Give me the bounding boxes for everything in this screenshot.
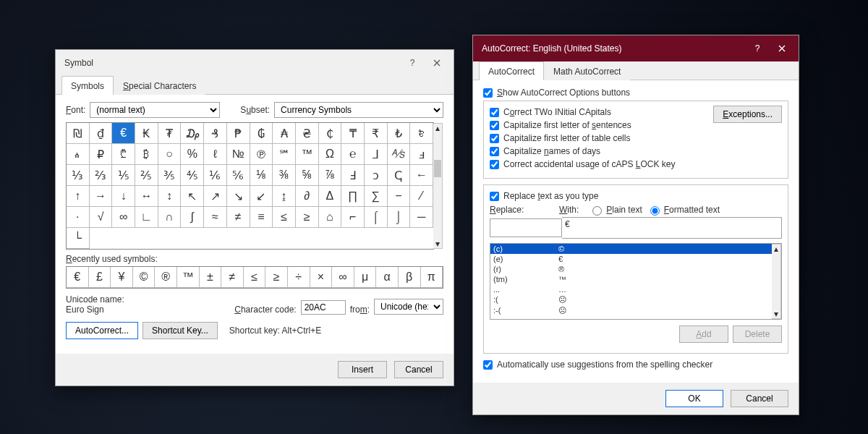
list-row[interactable]: (c)©: [490, 244, 781, 254]
symbol-cell[interactable]: ⅚: [227, 165, 250, 186]
help-button[interactable]: ?: [745, 41, 770, 56]
list-row[interactable]: (r)®: [490, 264, 781, 274]
recent-symbol-cell[interactable]: π: [421, 267, 443, 288]
formatted-text-radio[interactable]: [650, 206, 660, 216]
recent-symbol-cell[interactable]: ≥: [265, 267, 288, 288]
list-row[interactable]: ...…: [490, 284, 781, 294]
symbol-cell[interactable]: ∩: [158, 207, 182, 228]
recent-symbol-cell[interactable]: ±: [200, 267, 222, 288]
recent-symbol-cell[interactable]: ÷: [288, 267, 310, 288]
symbol-cell[interactable]: ⅖: [135, 165, 158, 186]
symbol-cell[interactable]: ↖: [181, 186, 204, 207]
symbol-cell[interactable]: ↓: [112, 186, 135, 207]
symbol-cell[interactable]: ⌐: [341, 207, 365, 228]
symbol-cell[interactable]: ↑: [67, 186, 90, 207]
symbol-cell[interactable]: ─: [410, 207, 433, 228]
symbol-cell[interactable]: ↙: [250, 186, 273, 207]
two-initial-caps-checkbox[interactable]: [490, 108, 499, 117]
tab-autocorrect[interactable]: AutoCorrect: [479, 61, 544, 80]
symbol-grid[interactable]: ₪₫€₭₮₯₰₱₲₳₴₵₸₹₺₻₼₽₾₿○%ℓ№℗℠™Ω℮⅃⅍ⅎ⅓⅔⅕⅖⅗⅘⅙⅚…: [66, 122, 434, 250]
scrollbar[interactable]: ▴ ▾: [772, 244, 781, 319]
symbol-cell[interactable]: ⅘: [181, 165, 204, 186]
symbol-cell[interactable]: ∫: [181, 207, 204, 228]
recent-symbol-cell[interactable]: α: [376, 267, 399, 288]
symbol-cell[interactable]: ₴: [296, 123, 319, 144]
symbol-cell[interactable]: ₵: [319, 123, 342, 144]
symbol-cell[interactable]: ∂: [296, 186, 319, 207]
cap-table-checkbox[interactable]: [490, 134, 499, 143]
symbol-cell[interactable]: ↔: [135, 186, 158, 207]
symbol-cell[interactable]: №: [227, 144, 250, 165]
symbol-cell[interactable]: ₰: [204, 123, 227, 144]
symbol-cell[interactable]: ↕: [158, 186, 182, 207]
insert-button[interactable]: Insert: [338, 361, 387, 378]
symbol-cell[interactable]: ←: [410, 165, 433, 186]
symbol-cell[interactable]: ↅ: [388, 165, 411, 186]
symbol-cell[interactable]: ⅍: [388, 144, 411, 165]
tab-special-characters[interactable]: Special Characters: [114, 76, 205, 95]
recent-symbol-cell[interactable]: ≠: [221, 267, 244, 288]
symbol-cell[interactable]: ⅞: [319, 165, 342, 186]
list-row[interactable]: (e)€: [490, 254, 781, 264]
recent-symbol-cell[interactable]: €: [67, 267, 89, 288]
symbol-cell[interactable]: ⅕: [112, 165, 135, 186]
delete-button[interactable]: Delete: [733, 326, 782, 343]
symbol-cell[interactable]: ₺: [388, 123, 411, 144]
list-row[interactable]: (tm)™: [490, 274, 781, 284]
add-button[interactable]: Add: [679, 326, 728, 343]
recent-symbol-cell[interactable]: ∞: [332, 267, 354, 288]
plain-text-radio[interactable]: [592, 206, 602, 216]
caps-lock-checkbox[interactable]: [490, 160, 499, 169]
symbol-cell[interactable]: ₿: [135, 144, 158, 165]
symbol-cell[interactable]: ₸: [341, 123, 365, 144]
symbol-cell[interactable]: ₼: [67, 144, 90, 165]
autocorrect-list[interactable]: (c)©(e)€(r)®(tm)™...…:(☹:-(☹ ▴ ▾: [490, 243, 782, 320]
autocorrect-button[interactable]: AutoCorrect...: [66, 322, 138, 339]
symbol-cell[interactable]: ₲: [250, 123, 273, 144]
symbol-cell[interactable]: ₳: [273, 123, 296, 144]
symbol-cell[interactable]: ∞: [112, 207, 135, 228]
recent-symbol-cell[interactable]: ¥: [111, 267, 133, 288]
symbol-cell[interactable]: −: [388, 186, 411, 207]
symbol-cell[interactable]: ₻: [410, 123, 433, 144]
symbol-cell[interactable]: ⅝: [296, 165, 319, 186]
symbol-cell[interactable]: Ⅎ: [341, 165, 365, 186]
tab-symbols[interactable]: Symbols: [61, 76, 114, 95]
symbol-cell[interactable]: ↘: [227, 186, 250, 207]
symbol-cell[interactable]: ₾: [112, 144, 135, 165]
symbol-cell[interactable]: ⌡: [388, 207, 411, 228]
symbol-cell[interactable]: ℗: [250, 144, 273, 165]
close-button[interactable]: [425, 56, 449, 70]
symbol-cell[interactable]: ⅛: [250, 165, 273, 186]
cap-sentence-checkbox[interactable]: [490, 121, 499, 130]
spelling-suggestions-checkbox[interactable]: [483, 360, 493, 370]
symbol-cell[interactable]: └: [67, 228, 90, 249]
from-select[interactable]: Unicode (hex): [374, 299, 443, 315]
symbol-cell[interactable]: ∙: [67, 207, 90, 228]
exceptions-button[interactable]: Exceptions...: [713, 106, 782, 123]
symbol-cell[interactable]: ⅜: [273, 165, 296, 186]
show-options-checkbox[interactable]: [483, 88, 493, 98]
symbol-cell[interactable]: ⅃: [365, 144, 388, 165]
recent-symbol-cell[interactable]: ™: [177, 267, 200, 288]
symbol-cell[interactable]: ⌠: [365, 207, 388, 228]
recent-symbols[interactable]: €£¥©®™±≠≤≥÷×∞μαβπ: [66, 266, 443, 289]
symbol-cell[interactable]: ⅎ: [410, 144, 433, 165]
symbol-cell[interactable]: ↄ: [365, 165, 388, 186]
symbol-cell[interactable]: ₯: [181, 123, 204, 144]
symbol-cell[interactable]: €: [112, 123, 135, 144]
tab-math-autocorrect[interactable]: Math AutoCorrect: [544, 61, 630, 80]
symbol-cell[interactable]: ⅙: [204, 165, 227, 186]
symbol-cell[interactable]: ⅗: [158, 165, 182, 186]
symbol-cell[interactable]: ≤: [273, 207, 296, 228]
with-display[interactable]: €: [562, 217, 782, 239]
symbol-cell[interactable]: ₪: [67, 123, 90, 144]
symbol-cell[interactable]: ∟: [135, 207, 158, 228]
symbol-cell[interactable]: ∑: [365, 186, 388, 207]
symbol-cell[interactable]: ℮: [341, 144, 365, 165]
cancel-button[interactable]: Cancel: [731, 390, 788, 407]
symbol-cell[interactable]: →: [90, 186, 113, 207]
close-button[interactable]: [770, 41, 794, 56]
list-row[interactable]: :-(☹: [490, 305, 781, 316]
symbol-cell[interactable]: ₱: [227, 123, 250, 144]
